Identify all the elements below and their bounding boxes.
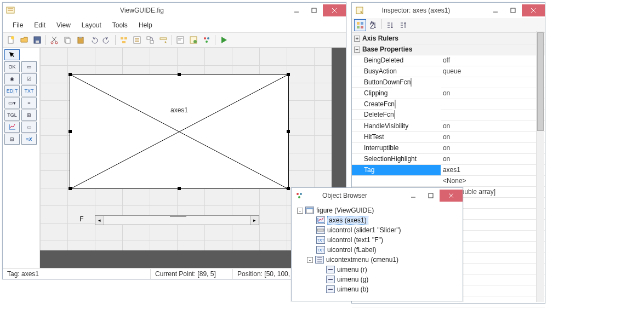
tab-order-icon[interactable] [144,34,156,46]
browser-icon[interactable] [201,34,213,46]
activex-tool[interactable]: ≡X [21,134,37,145]
property-row[interactable]: SelectionHighlighton [352,153,545,164]
property-row[interactable]: CreateFcn [352,99,545,110]
inspector-icon[interactable] [187,34,200,46]
tree-item[interactable]: TXTuicontrol (fLabel) [295,245,459,255]
slider-tool[interactable]: ▭ [21,61,37,72]
expand-toggle[interactable]: - [307,257,313,263]
radiobutton-tool[interactable]: ◉ [4,73,20,84]
property-row[interactable]: <None> [352,175,545,186]
paste-icon[interactable] [75,34,87,46]
copy-icon[interactable] [61,34,73,46]
menu-tools[interactable]: Tools [108,20,132,30]
edit-function-icon[interactable] [395,100,396,108]
popup-tool[interactable]: ▭▾ [4,98,20,108]
property-row[interactable]: Tagaxes1 [352,164,545,175]
checkbox-tool[interactable]: ☑ [21,73,37,84]
minimize-button[interactable] [487,4,504,16]
axes-component[interactable]: axes1 [70,74,289,189]
tree-item[interactable]: TXTuicontrol (text1 "F") [295,235,459,245]
close-button[interactable] [440,190,463,202]
table-tool[interactable]: ⊞ [21,110,37,121]
select-tool[interactable] [4,49,20,60]
menu-file[interactable]: File [8,20,27,30]
toolbar-editor-icon[interactable] [157,34,169,46]
menu-edit[interactable]: Edit [30,20,50,30]
property-value[interactable] [441,110,545,121]
property-value[interactable]: on [441,131,545,142]
text-tool[interactable]: TXT [21,85,37,96]
toggle-tool[interactable]: TGL [4,110,20,121]
run-icon[interactable] [218,34,230,46]
align-icon[interactable] [118,34,130,46]
edit-function-icon[interactable] [394,110,395,119]
property-value[interactable]: queue [441,66,545,77]
edit-function-icon[interactable] [411,78,412,87]
listbox-tool[interactable]: ≡ [21,98,37,108]
undo-icon[interactable] [88,34,100,46]
maximize-button[interactable] [422,190,440,202]
maximize-button[interactable] [305,4,323,16]
menu-editor-icon[interactable] [131,34,143,46]
property-value[interactable]: on [441,88,545,99]
menu-view[interactable]: View [52,20,75,30]
text-f-component[interactable]: F [71,215,93,223]
minimize-button[interactable] [404,190,422,202]
cut-icon[interactable] [48,34,60,46]
open-icon[interactable] [18,34,30,46]
svg-rect-17 [150,41,153,43]
scrollbar[interactable] [536,31,544,302]
alphabetize-icon[interactable]: AZ [367,19,379,31]
property-value[interactable]: on [441,121,545,131]
tree-item[interactable]: uicontrol (slider1 "Slider") [295,225,459,235]
expand-icon[interactable] [384,19,396,31]
buttongroup-tool[interactable]: ⊟ [4,134,20,145]
expand-toggle[interactable]: + [354,36,360,42]
property-row[interactable]: BusyActionqueue [352,66,545,77]
edit-tool[interactable]: ED|T [4,85,20,96]
menu-help[interactable]: Help [134,20,157,30]
section-base-properties[interactable]: Base Properties [362,45,412,53]
menu-layout[interactable]: Layout [77,20,106,30]
property-row[interactable]: HitTeston [352,131,545,142]
property-name: Clipping [352,88,441,99]
maximize-button[interactable] [504,4,522,16]
save-icon[interactable] [31,34,43,46]
property-row[interactable]: DeleteFcn [352,110,545,121]
svg-rect-29 [357,22,360,25]
tree-item[interactable]: -uicontextmenu (cmenu1) [295,255,459,265]
categorize-icon[interactable] [354,19,366,31]
pushbutton-tool[interactable]: OK [4,61,20,72]
expand-toggle[interactable]: − [354,47,360,53]
property-value[interactable]: off [441,55,545,66]
editor-icon[interactable] [174,34,186,46]
section-axis-rulers[interactable]: Axis Rulers [362,35,398,42]
property-value[interactable]: on [441,153,545,164]
slider-component[interactable]: ◂▸ [95,215,259,225]
panel-tool[interactable]: ▭ [21,122,37,133]
property-value[interactable]: <None> [441,175,545,186]
property-row[interactable]: HandleVisibilityon [352,121,545,131]
property-row[interactable]: ButtonDownFcn [352,77,545,88]
close-button[interactable] [323,4,346,16]
expand-toggle[interactable]: - [297,208,303,214]
tree-item[interactable]: uimenu (r) [295,265,459,274]
minimize-button[interactable] [288,4,305,16]
redo-icon[interactable] [101,34,113,46]
tree-item[interactable]: -figure (ViewGUIDE) [295,205,459,215]
axes-tool[interactable] [4,122,20,133]
close-button[interactable] [522,4,545,16]
property-value[interactable]: on [441,142,545,153]
property-value[interactable]: axes1 [441,164,545,175]
tree-item[interactable]: uimenu (g) [295,274,459,284]
property-row[interactable]: Interruptibleon [352,142,545,153]
property-row[interactable]: Clippingon [352,88,545,99]
collapse-icon[interactable] [397,19,409,31]
property-row[interactable]: BeingDeletedoff [352,55,545,66]
svg-rect-1 [312,8,316,13]
tree-item[interactable]: axes (axes1) [295,215,459,225]
new-icon[interactable] [5,34,17,46]
tree-item[interactable]: uimenu (b) [295,284,459,294]
property-value[interactable] [441,77,545,88]
property-value[interactable] [441,99,545,110]
